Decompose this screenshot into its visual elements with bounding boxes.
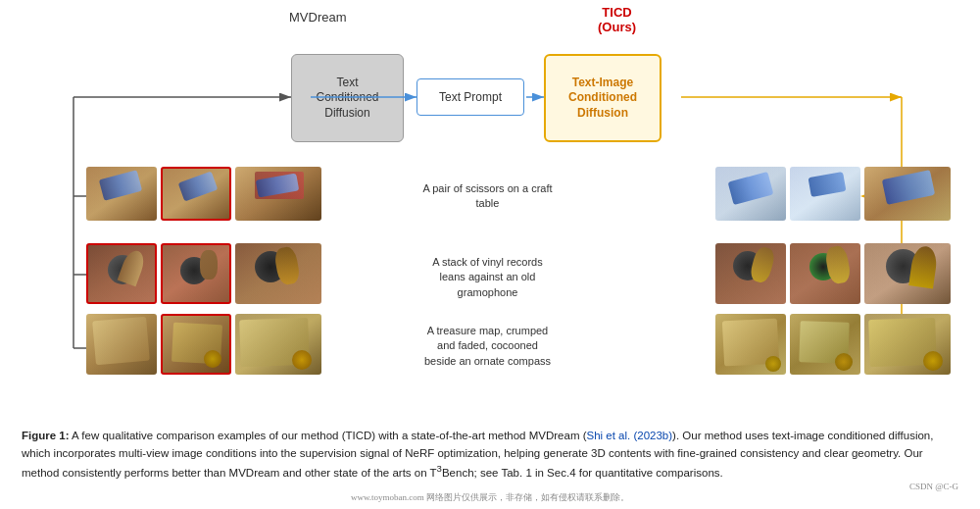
main-container: MVDream TICD (Ours) TextConditionedDiffu… [0, 0, 980, 509]
left-row-3 [86, 314, 321, 375]
left-img-2-1 [86, 243, 157, 304]
right-img-3-2 [790, 314, 860, 375]
right-row-3 [715, 314, 951, 375]
right-img-1-2 [790, 167, 860, 221]
ticd-diffusion-box: Text-ImageConditionedDiffusion [544, 54, 662, 142]
ticd-label: TICD (Ours) [598, 5, 636, 34]
left-img-3-2 [161, 314, 231, 375]
citation-link-1[interactable]: Shi [587, 430, 604, 441]
left-img-2-3 [235, 243, 321, 304]
right-img-2-2 [790, 243, 860, 304]
right-img-1-3 [864, 167, 951, 221]
text-prompt-label: Text Prompt [439, 90, 502, 104]
citation-link-2[interactable]: et al. (2023b) [606, 430, 672, 441]
csdn-watermark: CSDN @C-G [909, 482, 958, 491]
right-img-2-1 [715, 243, 786, 304]
right-img-3-1 [715, 314, 786, 375]
left-img-2-2 [161, 243, 231, 304]
mvdream-label: MVDream [289, 10, 347, 25]
caption-scissors: A pair of scissors on a craft table [421, 181, 554, 212]
text-prompt-box: Text Prompt [416, 78, 524, 116]
left-row-1 [86, 167, 321, 221]
left-img-3-1 [86, 314, 157, 375]
left-img-1-1 [86, 167, 157, 221]
figure-caption: Figure 1: A few qualitative comparison e… [22, 428, 958, 482]
right-row-1 [715, 167, 951, 221]
ticd-box-label: Text-ImageConditionedDiffusion [568, 76, 637, 122]
watermark: www.toymoban.com 网络图片仅供展示，非存储，如有侵权请联系删除。 [0, 491, 980, 504]
diagram-area: MVDream TICD (Ours) TextConditionedDiffu… [0, 0, 980, 392]
tcd-box: TextConditionedDiffusion [291, 54, 404, 142]
figure-caption-text: Figure 1: A few qualitative comparison e… [22, 430, 933, 478]
tcd-box-label: TextConditionedDiffusion [316, 76, 378, 122]
right-img-2-3 [864, 243, 951, 304]
left-row-2 [86, 243, 321, 304]
right-img-1-1 [715, 167, 786, 221]
left-img-1-2 [161, 167, 231, 221]
right-row-2 [715, 243, 951, 304]
left-img-3-3 [235, 314, 321, 375]
caption-gramophone: A stack of vinyl records leans against a… [421, 255, 554, 300]
left-img-1-3 [235, 167, 321, 221]
right-img-3-3 [864, 314, 951, 375]
caption-treasure: A treasure map, crumped and faded, cocoo… [421, 324, 554, 369]
